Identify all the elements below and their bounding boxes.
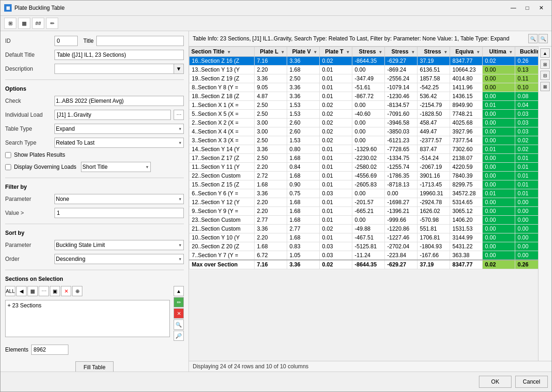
parameter-select[interactable]: None <box>54 194 184 204</box>
pen-button[interactable]: ✏ <box>46 18 58 29</box>
table-row[interactable]: 8..Section Y 8 (Y =9.053.360.01-51.61-10… <box>189 83 539 92</box>
table-cell: 0.01 <box>320 198 352 207</box>
sections-select-button[interactable]: ▦ <box>27 286 38 296</box>
individual-load-input[interactable] <box>54 110 171 120</box>
sections-border-button[interactable]: ▣ <box>50 286 60 296</box>
table-row[interactable]: 7..Section Y 7 (Y =6.721.050.03-11.24-22… <box>189 251 539 260</box>
table-cell: 0.01 <box>320 180 352 189</box>
sections-zoom-out-button[interactable]: 🔎 <box>174 331 184 341</box>
table-cell: 0.90 <box>287 180 320 189</box>
table-row[interactable]: 4..Section X 4 (X =3.002.600.020.00-3850… <box>189 127 539 136</box>
sections-edit-button[interactable]: ✏ <box>174 297 184 307</box>
table-row[interactable]: 21..Section Custom3.362.770.02-49.88-122… <box>189 225 539 233</box>
col-plate-v[interactable]: Plate V ▼ <box>287 47 320 57</box>
sections-zoom-in-button[interactable]: 🔍 <box>174 319 184 330</box>
show-plates-label: Show Plates Results <box>14 152 65 158</box>
table-row[interactable]: Max over Section7.163.360.02-8644.35-629… <box>189 260 539 269</box>
close-button[interactable]: ✕ <box>535 3 548 13</box>
filter-button[interactable]: ▦ <box>18 18 30 29</box>
value-input[interactable] <box>54 208 184 218</box>
right-table-settings-button[interactable]: ⊠ <box>540 82 550 91</box>
col-plate-t[interactable]: Plate T ▼ <box>320 47 352 57</box>
right-table-copy-button[interactable]: ⊞ <box>540 60 550 69</box>
right-scroll-up-button[interactable]: ▲ <box>540 48 550 58</box>
col-stress-2[interactable]: Stress ▼ <box>385 47 417 57</box>
table-row[interactable]: 5..Section X 5 (X =2.501.530.02-40.60-70… <box>189 110 539 119</box>
table-row[interactable]: 13..Section Y 13 (Y2.201.680.010.00-869.… <box>189 66 539 74</box>
table-row[interactable]: 19..Section Z 19 (Z3.362.500.01-347.49-2… <box>189 74 539 83</box>
description-input[interactable] <box>54 64 184 74</box>
table-row[interactable]: 16..Section Z 16 (Z7.163.360.02-8644.35-… <box>189 57 539 66</box>
col-stress-3[interactable]: Stress ▼ <box>417 47 450 57</box>
table-row[interactable]: 23..Section Custom2.771.680.010.00-999.6… <box>189 216 539 225</box>
table-cell: 2..Section X 2 (X = <box>189 119 255 127</box>
table-row[interactable]: 17..Section Z 17 (Z2.501.680.01-2230.02-… <box>189 154 539 163</box>
default-title-input[interactable] <box>54 50 184 60</box>
col-stress-1[interactable]: Stress ▼ <box>352 47 385 57</box>
col-section-title[interactable]: Section Title ▼ <box>189 47 255 57</box>
table-cell: 1857.58 <box>417 74 450 83</box>
table-cell: -49.88 <box>352 225 385 233</box>
col-plate-l[interactable]: Plate L ▼ <box>255 47 287 57</box>
show-plates-checkbox[interactable] <box>5 152 11 158</box>
table-cell: 2.50 <box>255 154 287 163</box>
description-dropdown-button[interactable]: ▼ <box>174 64 184 74</box>
minimize-button[interactable]: — <box>507 3 520 13</box>
sections-delete-button[interactable]: ✕ <box>61 286 71 296</box>
right-table-export-button[interactable]: ⊟ <box>540 71 550 80</box>
sections-remove-button[interactable]: ✕ <box>174 308 184 319</box>
table-cell: 0.03 <box>515 110 539 119</box>
sections-add-button[interactable]: ⊕ <box>72 286 82 296</box>
table-cell: -629.27 <box>385 57 417 66</box>
elements-input[interactable] <box>31 345 68 355</box>
table-row[interactable]: 20..Section Z 20 (Z1.680.830.03-5125.81-… <box>189 242 539 251</box>
table-row[interactable]: 9..Section Y 9 (Y =2.201.680.01-665.21-1… <box>189 207 539 216</box>
data-table-container[interactable]: Section Title ▼ Plate L ▼ Plate V ▼ Plat… <box>189 47 538 361</box>
sections-up-button[interactable]: ▲ <box>174 286 184 296</box>
table-row[interactable]: 2..Section X 2 (X =3.002.600.020.00-3946… <box>189 119 539 127</box>
table-header-row: Section Title ▼ Plate L ▼ Plate V ▼ Plat… <box>189 47 539 57</box>
table-row[interactable]: 6..Section Y 6 (Y =3.360.750.030.000.001… <box>189 189 539 198</box>
short-title-select[interactable]: Short Title <box>81 162 151 172</box>
table-row[interactable]: 15..Section Z 15 (Z1.680.900.01-2605.83-… <box>189 180 539 189</box>
title-input[interactable] <box>96 36 184 46</box>
table-row[interactable]: 11..Section Y 11 (Y2.200.840.01-2580.02-… <box>189 163 539 172</box>
check-select[interactable]: 1..ABS 2022 (Element Avg) <box>54 96 184 106</box>
table-row[interactable]: 14..Section Y 14 (Y3.360.800.01-1329.60-… <box>189 145 539 154</box>
table-cell: -8134.57 <box>385 101 417 110</box>
hash-button[interactable]: ## <box>32 18 44 29</box>
col-buckl[interactable]: Bucklir ▼ <box>515 47 539 57</box>
zoom-out-button[interactable]: 🔍 <box>539 34 548 43</box>
sections-dotted-button[interactable]: ⋯ <box>39 286 49 296</box>
table-row[interactable]: 12..Section Y 12 (Y2.201.680.01-201.57-1… <box>189 198 539 207</box>
cancel-button[interactable]: Cancel <box>515 376 548 388</box>
table-cell: 0.02 <box>320 260 352 269</box>
table-row[interactable]: 18..Section Z 18 (Z4.873.360.01-867.72-1… <box>189 92 539 101</box>
col-ultima[interactable]: Ultima ▼ <box>483 47 515 57</box>
table-cell: 0.00 <box>483 251 515 260</box>
zoom-in-button[interactable]: 🔍 <box>528 34 538 43</box>
order-select[interactable]: Descending <box>54 254 184 264</box>
table-cell: 9.05 <box>255 83 287 92</box>
sort-parameter-label: Parameter <box>5 242 52 248</box>
sort-parameter-select[interactable]: Buckling State Limit <box>54 240 184 250</box>
maximize-button[interactable]: □ <box>521 3 534 13</box>
individual-load-browse-button[interactable]: ⋯ <box>174 110 184 120</box>
table-cell: 0.03 <box>320 242 352 251</box>
sections-prev-button[interactable]: ◀ <box>16 286 27 296</box>
id-input[interactable] <box>54 36 78 46</box>
col-equiva[interactable]: Equiva ▼ <box>450 47 483 57</box>
fill-table-button[interactable]: Fill Table <box>75 361 113 372</box>
table-row[interactable]: 22..Section Custom2.721.680.01-4556.69-1… <box>189 172 539 180</box>
sections-all-button[interactable]: ALL <box>5 286 15 296</box>
table-row[interactable]: 10..Section Y 10 (Y2.201.680.01-467.51-1… <box>189 233 539 242</box>
table-row[interactable]: 1..Section X 1 (X =2.501.530.020.00-8134… <box>189 101 539 110</box>
ok-button[interactable]: OK <box>479 376 512 388</box>
search-type-select[interactable]: Related To Last <box>54 138 184 148</box>
grid-button[interactable]: ⊞ <box>4 18 16 29</box>
table-row[interactable]: 3..Section X 3 (X =2.501.530.020.00-6121… <box>189 136 539 145</box>
display-governing-checkbox[interactable] <box>5 164 11 170</box>
table-type-select[interactable]: Expand <box>54 124 184 134</box>
table-cell: 536.42 <box>417 92 450 101</box>
table-cell: 3..Section X 3 (X = <box>189 136 255 145</box>
